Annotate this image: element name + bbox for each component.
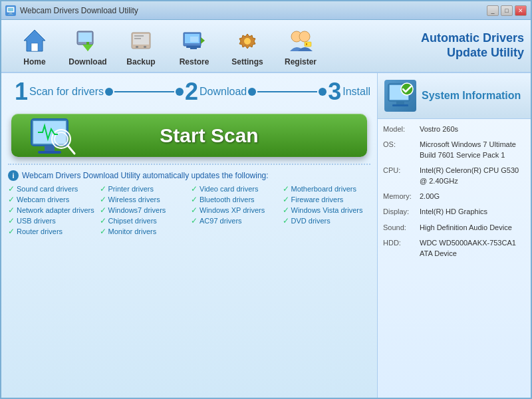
driver-item: ✓Monitor drivers (100, 227, 188, 236)
checkmark-icon: ✓ (8, 216, 15, 225)
svg-rect-38 (392, 104, 408, 106)
step-dot-3 (248, 88, 256, 96)
checkmark-icon: ✓ (283, 205, 289, 215)
svg-rect-5 (31, 43, 38, 51)
maximize-button[interactable]: □ (501, 5, 513, 16)
step-2-num: 2 (185, 80, 198, 104)
home-icon (19, 25, 50, 56)
title-text: Webcam Drivers Download Utility (20, 6, 138, 15)
minimize-button[interactable]: _ (487, 5, 499, 16)
driver-name: Windows7 drivers (108, 206, 166, 214)
driver-item: ✓Windows7 drivers (100, 205, 188, 215)
step-1: 1 Scan for drivers (15, 80, 104, 104)
brand-line2: Update Utility (421, 46, 524, 61)
checkmark-icon: ✓ (191, 216, 198, 225)
titlebar-controls[interactable]: _ □ ✕ (487, 5, 527, 16)
step-dot-2 (176, 88, 184, 96)
driver-name: Monitor drivers (108, 227, 157, 235)
checkmark-icon: ✓ (8, 205, 15, 215)
driver-item: ✓USB drivers (8, 216, 96, 225)
toolbar-home[interactable]: Home (8, 22, 61, 70)
sysinfo-value: 2.00G (420, 192, 525, 201)
step-2-text: Download (200, 86, 247, 98)
section-divider (8, 164, 370, 165)
driver-item: ✓Network adapter drivers (8, 205, 96, 215)
close-button[interactable]: ✕ (515, 5, 527, 16)
download-label: Download (68, 57, 106, 66)
sysinfo-value: Microsoft Windows 7 Ultimate Build 7601 … (420, 140, 525, 160)
toolbar-download[interactable]: Download (61, 22, 114, 70)
connector-1 (114, 91, 174, 92)
download-icon (72, 25, 103, 56)
svg-rect-26 (305, 42, 311, 47)
checkmark-icon: ✓ (191, 195, 198, 204)
register-icon (285, 25, 316, 56)
driver-name: Network adapter drivers (17, 206, 94, 214)
driver-item: ✓Motherboard drivers (283, 184, 371, 194)
svg-rect-30 (45, 146, 55, 151)
sysinfo-label: Display: (383, 207, 420, 217)
driver-item: ✓Windows Vista drivers (283, 205, 371, 215)
driver-name: Fireware drivers (291, 196, 344, 203)
driver-item: ✓Printer drivers (100, 184, 188, 194)
backup-icon (126, 25, 156, 56)
driver-item: ✓Router drivers (8, 227, 96, 236)
backup-label: Backup (126, 57, 155, 66)
sysinfo-row: OS:Microsoft Windows 7 Ultimate Build 76… (383, 140, 525, 160)
toolbar-settings[interactable]: Settings (221, 22, 274, 70)
sysinfo-label: HDD: (383, 238, 420, 259)
right-panel: System Information Model:Vostro 260sOS:M… (378, 73, 531, 399)
step-dot-4 (319, 88, 327, 96)
sysinfo-header: System Information (378, 73, 531, 119)
step-1-num: 1 (15, 80, 28, 104)
driver-name: Video card drivers (200, 185, 258, 193)
driver-item: ✓Video card drivers (191, 184, 279, 194)
left-panel: 1 Scan for drivers 2 Download 3 Install (1, 73, 378, 399)
svg-rect-3 (8, 14, 13, 15)
checkmark-icon: ✓ (100, 184, 106, 194)
sysinfo-icon (384, 80, 416, 112)
sysinfo-row: HDD:WDC WD5000AAKX-753CA1 ATA Device (383, 238, 525, 259)
svg-rect-2 (9, 13, 12, 14)
checkmark-icon: ✓ (8, 195, 15, 204)
scan-area: Start Scan (11, 114, 367, 157)
toolbar-brand: Automatic Drivers Update Utility (421, 31, 524, 60)
checkmark-icon: ✓ (283, 195, 289, 204)
driver-list: ✓Sound card drivers✓Printer drivers✓Vide… (8, 184, 370, 236)
brand-line1: Automatic Drivers (421, 31, 524, 46)
step-3: 3 Install (328, 80, 370, 104)
info-icon: i (8, 170, 19, 181)
driver-name: Printer drivers (108, 185, 154, 193)
toolbar-register[interactable]: Register (274, 22, 327, 70)
driver-name: AC97 drivers (200, 217, 242, 225)
step-1-text: Scan for drivers (29, 86, 104, 98)
sysinfo-label: OS: (383, 140, 420, 160)
register-label: Register (285, 57, 317, 66)
driver-item: ✓Bluetooth drivers (191, 195, 279, 204)
sysinfo-value: Intel(R) Celeron(R) CPU G530 @ 2.40GHz (420, 166, 525, 186)
driver-item: ✓Sound card drivers (8, 184, 96, 194)
titlebar: Webcam Drivers Download Utility _ □ ✕ (1, 1, 531, 20)
svg-rect-1 (8, 8, 13, 11)
sysinfo-label: Memory: (383, 192, 420, 201)
sysinfo-row: Sound:High Definition Audio Device (383, 223, 525, 233)
sysinfo-row: Memory:2.00G (383, 192, 525, 201)
svg-rect-37 (396, 101, 404, 104)
toolbar-backup[interactable]: Backup (114, 22, 168, 70)
svg-rect-19 (186, 46, 201, 48)
checkmark-icon: ✓ (100, 216, 106, 225)
checkmark-icon: ✓ (100, 205, 106, 215)
sysinfo-table: Model:Vostro 260sOS:Microsoft Windows 7 … (378, 119, 531, 269)
step-2: 2 Download (185, 80, 247, 104)
step-3-num: 3 (328, 80, 341, 104)
sysinfo-value: High Definition Audio Device (420, 223, 525, 233)
toolbar: Home Download Backup (1, 20, 531, 73)
restore-label: Restore (180, 57, 209, 66)
svg-point-25 (299, 31, 310, 42)
sysinfo-row: Display:Intel(R) HD Graphics (383, 207, 525, 217)
toolbar-restore[interactable]: Restore (168, 22, 221, 70)
driver-name: Windows Vista drivers (291, 206, 363, 214)
svg-rect-20 (190, 48, 197, 49)
checkmark-icon: ✓ (100, 195, 106, 204)
svg-rect-15 (134, 35, 144, 37)
